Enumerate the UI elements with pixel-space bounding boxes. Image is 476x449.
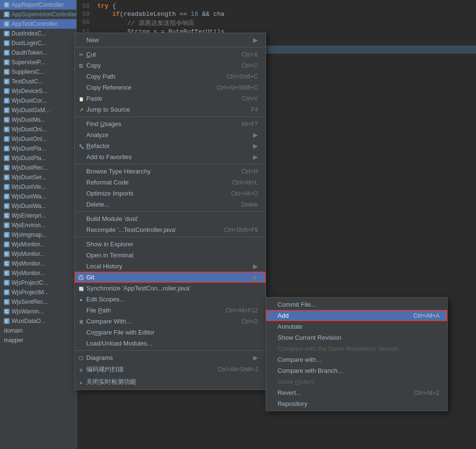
sidebar-item-wjsmonitor4[interactable]: C WjsMonitor...	[0, 268, 76, 278]
sidebar-item-wjsdustonl2[interactable]: C WjsDustOnl...	[0, 134, 76, 144]
sidebar-item-wjsenterpri[interactable]: C WjsEnterpri...	[0, 211, 76, 220]
menu-item-file-path[interactable]: File Path Ctrl+Alt+F12	[75, 305, 266, 316]
class-icon: C	[4, 98, 10, 104]
sidebar-item-supervisep[interactable]: C SuperviseP...	[0, 58, 76, 67]
menu-item-copy-path[interactable]: Copy Path Ctrl+Shift+C	[75, 71, 266, 82]
menu-item-synchronize[interactable]: Synchronize 'AppTestCon...roller.java'	[75, 283, 266, 294]
add-shortcut: Ctrl+Alt+A	[413, 312, 440, 319]
git-submenu-item-show-revision[interactable]: Show Current Revision	[266, 332, 447, 343]
sidebar-item-wjsimgmap[interactable]: C WjsImgmap...	[0, 230, 76, 240]
sidebar-item-wjsprojectm[interactable]: C WjsProjectM...	[0, 288, 76, 297]
recompile-shortcut: Ctrl+Shift+F9	[224, 227, 258, 233]
submenu-arrow: ▶	[253, 274, 258, 281]
sidebar-item-label: domain	[4, 327, 23, 334]
sidebar-item-wjsdustonl1[interactable]: C WjsDustOnl...	[0, 125, 76, 134]
edit-scope-icon	[77, 296, 85, 303]
menu-item-optimize-imports[interactable]: Optimize Imports Ctrl+Alt+O	[75, 188, 266, 199]
sidebar-item-wjsdustpla1[interactable]: C WjsDustPla...	[0, 144, 76, 153]
menu-item-close-realtime[interactable]: 关闭实时检测功能	[75, 376, 266, 388]
menu-item-close-realtime-label: 关闭实时检测功能	[86, 378, 258, 386]
menu-item-delete[interactable]: Delete... Delete	[75, 199, 266, 210]
sidebar-item-apptestcontroller[interactable]: C AppTestController	[0, 19, 76, 29]
class-icon: C	[4, 79, 10, 84]
menu-item-reformat-label: Reformat Code	[86, 179, 223, 186]
menu-item-build-module[interactable]: Build Module 'dust'	[75, 213, 266, 224]
menu-item-compare-file-editor[interactable]: Compare File with Editor	[75, 327, 266, 338]
class-icon: C	[4, 289, 10, 295]
sidebar-item-wjsdustgxm[interactable]: C WjsDustGxM...	[0, 105, 76, 115]
sidebar-item-wjsdustwa1[interactable]: C WjsDustWa...	[0, 192, 76, 201]
menu-item-open-terminal[interactable]: Open in Terminal	[75, 250, 266, 261]
separator	[75, 164, 266, 164]
menu-item-recompile[interactable]: Recompile '...TestController.java' Ctrl+…	[75, 224, 266, 235]
menu-item-code-scan[interactable]: 编码规约扫描 Ctrl+Alt+Shift+J	[75, 363, 266, 376]
menu-item-browse-type-hierarchy[interactable]: Browse Type Hierarchy Ctrl+H	[75, 166, 266, 177]
sidebar-item-wjswarnin[interactable]: C WjsWarnin...	[0, 307, 76, 316]
sidebar-item-wjsmonitor3[interactable]: C WjsMonitor...	[0, 259, 76, 268]
sidebar-item-wjsmonitor2[interactable]: C WjsMonitor...	[0, 249, 76, 259]
sidebar-item-wjsdustcor[interactable]: C WjsDustCor...	[0, 96, 76, 105]
sidebar-item-wjsdustpla2[interactable]: C WjsDustPla...	[0, 153, 76, 163]
menu-item-git[interactable]: Git ▶	[75, 272, 266, 283]
sidebar-item-wjsdustms[interactable]: C WjsDustMs...	[0, 115, 76, 125]
menu-item-show-in-explorer[interactable]: Show in Explorer	[75, 239, 266, 250]
menu-item-new[interactable]: New ▶	[75, 35, 266, 46]
sidebar-item-wjsmonitor1[interactable]: C WjsMonitor...	[0, 240, 76, 249]
class-icon: C	[4, 318, 10, 324]
git-submenu-item-repository[interactable]: Repository	[266, 398, 447, 409]
menu-item-jump-to-source[interactable]: Jump to Source F4	[75, 104, 266, 115]
sidebar-item-wjsprojectc[interactable]: C WjsProjectC...	[0, 278, 76, 288]
menu-item-open-terminal-label: Open in Terminal	[86, 252, 258, 259]
sidebar-item-mapper[interactable]: mapper	[0, 335, 76, 345]
menu-item-analyze[interactable]: Analyze ▶	[75, 129, 266, 140]
sidebar-item-wjsdustser[interactable]: C WjsDustSer...	[0, 173, 76, 182]
class-icon: C	[4, 261, 10, 266]
menu-item-compare-with[interactable]: Compare With... Ctrl+D	[75, 316, 266, 327]
menu-item-load-unload[interactable]: Load/Unload Modules...	[75, 338, 266, 349]
class-icon: C	[4, 194, 10, 199]
sidebar-item-wjssentrec[interactable]: C WjsSentRec...	[0, 297, 76, 307]
git-show-history-label: Show History	[278, 378, 440, 385]
menu-item-add-to-favorites[interactable]: Add to Favorites ▶	[75, 151, 266, 162]
menu-item-reformat-code[interactable]: Reformat Code Ctrl+Alt+L	[75, 177, 266, 188]
menu-item-copy[interactable]: Copy Ctrl+C	[75, 60, 266, 71]
sidebar-item-label: TestDustC...	[12, 78, 43, 85]
menu-item-copy-reference[interactable]: Copy Reference Ctrl+Alt+Shift+C	[75, 82, 266, 93]
sidebar-item-label: WjsEnterpri...	[12, 212, 46, 219]
sidebar-item-dustindexc[interactable]: C DustIndexC...	[0, 29, 76, 38]
git-submenu-item-add[interactable]: Add Ctrl+Alt+A	[266, 310, 447, 321]
find-usages-shortcut: Alt+F7	[241, 121, 258, 127]
menu-item-diagrams[interactable]: Diagrams ▶	[75, 352, 266, 363]
sidebar-item-suppliersc[interactable]: C SuppliersC...	[0, 67, 76, 77]
sidebar-item-wjsdustrec[interactable]: C WjsDustRec...	[0, 163, 76, 173]
sidebar-item-dustloginc[interactable]: C DustLoginC...	[0, 38, 76, 48]
menu-item-find-usages[interactable]: Find Usages Alt+F7	[75, 118, 266, 129]
sidebar-item-wjsdevices[interactable]: C WjsDeviceS...	[0, 86, 76, 96]
sidebar-item-wuxidatao[interactable]: C WuxiDataO...	[0, 316, 76, 326]
menu-item-paste[interactable]: Paste Ctrl+V	[75, 93, 266, 104]
class-icon: C	[4, 232, 10, 238]
git-icon	[77, 274, 85, 281]
git-submenu-item-compare-branch[interactable]: Compare with Branch...	[266, 365, 447, 376]
git-submenu-item-revert[interactable]: Revert... Ctrl+Alt+Z	[266, 387, 447, 398]
menu-item-cut[interactable]: Cut Ctrl+X	[75, 49, 266, 60]
git-compare-repo-label: Compare with the Same Repository Version	[278, 345, 440, 352]
sidebar-item-appreportcontroller[interactable]: C AppReportController	[0, 0, 76, 10]
menu-item-local-history[interactable]: Local History ▶	[75, 261, 266, 272]
sidebar-item-oauthtoken[interactable]: C OauthToken...	[0, 48, 76, 58]
cut-shortcut: Ctrl+X	[242, 51, 258, 58]
git-submenu-item-compare-with[interactable]: Compare with...	[266, 354, 447, 365]
sidebar-item-domain[interactable]: domain	[0, 326, 76, 335]
menu-item-refactor[interactable]: Refactor ▶	[75, 140, 266, 151]
sidebar-item-wjsdustwa2[interactable]: C WjsDustWa...	[0, 201, 76, 211]
copy-icon	[77, 62, 85, 69]
menu-item-edit-scopes[interactable]: Edit Scopes...	[75, 294, 266, 305]
sidebar-item-appsupervisioncontroller[interactable]: C AppSupervisionController	[0, 10, 76, 19]
sidebar-item-testdustc[interactable]: C TestDustC...	[0, 77, 76, 86]
git-submenu-item-annotate[interactable]: Annotate	[266, 321, 447, 332]
sidebar-item-label: WjsDustRec...	[12, 164, 48, 171]
git-submenu-item-commit[interactable]: Commit File...	[266, 299, 447, 310]
sidebar-item-label: AppSupervisionController	[12, 11, 76, 18]
sidebar-item-wjsenviron[interactable]: C WjsEnviron...	[0, 220, 76, 230]
sidebar-item-wjsdustvie[interactable]: C WjsDustVie...	[0, 182, 76, 192]
